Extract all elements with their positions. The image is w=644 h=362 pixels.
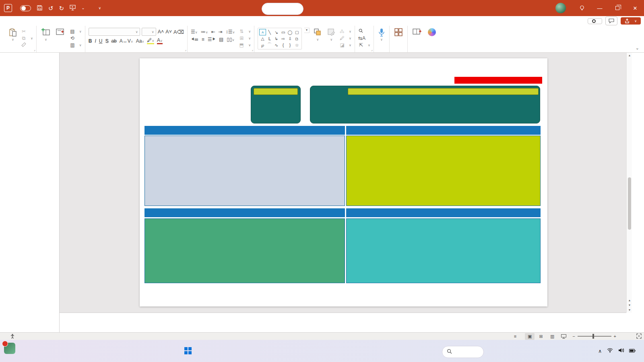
strikethrough-button[interactable]: ab <box>111 38 116 44</box>
shape-fill-button[interactable]: 🝆∨ <box>339 29 351 34</box>
shape-effects-button[interactable]: ◪∨ <box>339 42 351 48</box>
font-name-combobox[interactable]: ∨ <box>89 28 140 36</box>
key-actions-body[interactable] <box>346 136 541 206</box>
slide-8[interactable] <box>140 58 547 306</box>
font-dialog-launcher[interactable]: ⌟ <box>185 48 186 51</box>
reading-view-button[interactable]: ▥ <box>547 333 557 340</box>
scroll-down-icon[interactable]: ▾ <box>627 308 632 312</box>
left-brace-shape-icon[interactable]: { <box>280 42 287 48</box>
start-button[interactable] <box>180 343 196 358</box>
accessibility-status[interactable] <box>10 334 17 339</box>
shapes-gallery[interactable]: A ╲ ↘ ▭ ◯ ▢ △ 𝖫 ↳ ⇨ ⇩ 🗅 ℘ ⌒ ∿ { } ☆ <box>258 28 302 49</box>
redo-icon[interactable]: ↻ <box>59 5 64 11</box>
line-shape-icon[interactable]: ╲ <box>266 29 273 35</box>
comments-button[interactable] <box>605 16 617 25</box>
section-button[interactable]: ▥∨ <box>70 42 82 48</box>
copy-button[interactable]: ⧉∨ <box>21 35 33 41</box>
undo-icon[interactable]: ↺ <box>48 5 54 11</box>
last-period-body[interactable] <box>144 218 345 283</box>
elbow-shape-icon[interactable]: 𝖫 <box>266 35 273 42</box>
editing-dialog-launcher[interactable]: ⌟ <box>371 48 373 51</box>
overall-status-header[interactable] <box>144 126 345 135</box>
autosave-toggle[interactable] <box>18 5 31 11</box>
addins-button[interactable] <box>393 28 404 38</box>
paste-button[interactable]: ∨ <box>7 28 19 42</box>
oval-shape-icon[interactable]: ◯ <box>287 29 293 35</box>
next-period-body[interactable] <box>346 218 541 283</box>
dictate-button[interactable]: ∨ <box>377 28 386 42</box>
change-case-button[interactable]: Aa∨ <box>136 38 144 44</box>
arrange-button[interactable]: ∨ <box>312 28 323 42</box>
scribble-shape-icon[interactable]: ℘ <box>259 42 266 48</box>
overall-status-body[interactable] <box>144 136 345 206</box>
decrease-indent-button[interactable]: ⇤ <box>211 29 215 35</box>
save-icon[interactable] <box>37 5 43 12</box>
layout-button[interactable]: ▤∨ <box>70 29 82 34</box>
minimize-button[interactable]: — <box>591 0 609 16</box>
numbering-button[interactable]: ≔∨ <box>201 29 208 35</box>
notes-pane[interactable] <box>60 313 626 332</box>
format-painter-button[interactable] <box>21 42 33 48</box>
font-size-combobox[interactable]: ∨ <box>142 28 156 36</box>
clipboard-dialog-launcher[interactable]: ⌟ <box>34 48 35 51</box>
italic-button[interactable]: I <box>95 38 96 44</box>
shape-outline-button[interactable]: 🖉∨ <box>339 35 351 41</box>
elbow-arrow-shape-icon[interactable]: ↳ <box>273 35 280 42</box>
slide-sorter-view-button[interactable]: ⊞ <box>536 333 546 340</box>
align-right-button[interactable]: ☰⯈ <box>208 37 216 42</box>
reset-button[interactable]: ⟲ <box>70 35 82 41</box>
increase-indent-button[interactable]: ⇥ <box>219 29 223 35</box>
slideshow-view-button[interactable] <box>559 333 568 340</box>
zoom-control[interactable]: − + <box>572 334 616 339</box>
zoom-in-icon[interactable]: + <box>614 334 616 339</box>
right-brace-shape-icon[interactable]: } <box>287 42 293 48</box>
close-button[interactable]: ✕ <box>626 0 644 16</box>
text-direction-button[interactable]: ⇅∨ <box>239 29 251 34</box>
callout-shape-icon[interactable]: 🗅 <box>293 35 300 42</box>
right-arrow-shape-icon[interactable]: ⇨ <box>280 35 287 42</box>
shapes-gallery-more[interactable]: ▾ <box>304 28 310 33</box>
down-arrow-shape-icon[interactable]: ⇩ <box>287 35 293 42</box>
taskbar-search[interactable] <box>442 346 484 358</box>
wifi-icon[interactable] <box>607 348 613 354</box>
next-slide-icon[interactable]: ▾ <box>627 303 632 307</box>
bold-button[interactable]: B <box>89 38 92 44</box>
align-text-button[interactable]: ⊞∨ <box>239 35 251 41</box>
quick-access-options-icon[interactable]: ⌄ <box>81 6 85 10</box>
news-widget[interactable] <box>4 343 19 354</box>
character-spacing-button[interactable]: A↔V∨ <box>120 38 133 44</box>
zoom-slider[interactable] <box>578 336 611 337</box>
user-avatar[interactable] <box>555 3 566 13</box>
grow-font-button[interactable]: A˄ <box>158 29 164 35</box>
cut-button[interactable]: ✂ <box>21 29 33 34</box>
notes-toggle-button[interactable]: ≡ <box>512 334 521 339</box>
share-button[interactable]: ∨ <box>621 17 641 25</box>
normal-view-button[interactable]: ▣ <box>525 333 535 340</box>
star-shape-icon[interactable]: ☆ <box>293 42 300 48</box>
scroll-thumb[interactable] <box>628 177 631 230</box>
battery-icon[interactable] <box>629 348 636 354</box>
previous-slide-icon[interactable]: ▴ <box>627 298 632 302</box>
find-replace-button[interactable] <box>358 29 370 34</box>
new-slide-button[interactable]: ∨ <box>40 28 52 42</box>
tips-lightbulb-icon[interactable] <box>573 0 591 16</box>
arrow-shape-icon[interactable]: ↘ <box>273 29 280 35</box>
programme-rag-panel[interactable] <box>310 86 540 123</box>
design-suggestions-button[interactable] <box>411 28 424 38</box>
highlight-color-button[interactable]: 🖉∨ <box>147 37 154 44</box>
align-center-button[interactable]: ≡ <box>202 37 204 42</box>
rounded-rect-shape-icon[interactable]: ▢ <box>293 29 300 35</box>
zoom-out-icon[interactable]: − <box>572 334 575 339</box>
fit-to-window-icon[interactable] <box>636 333 642 339</box>
main-scrollbar[interactable]: ▴ ▴ ▾ ▾ <box>626 53 632 313</box>
shrink-font-button[interactable]: A˅ <box>165 29 172 35</box>
columns-button[interactable]: ▯▯∨ <box>227 37 234 42</box>
overall-rag-box[interactable] <box>251 86 301 123</box>
key-actions-header[interactable] <box>346 126 541 135</box>
scroll-up-icon[interactable]: ▴ <box>627 53 632 57</box>
arc-shape-icon[interactable]: ⌒ <box>266 42 273 48</box>
align-left-button[interactable]: ⯇☰ <box>191 37 198 42</box>
copilot-button[interactable] <box>426 28 438 38</box>
zoom-slider-thumb[interactable] <box>592 334 594 339</box>
bullets-button[interactable]: ☰∨ <box>191 29 198 35</box>
